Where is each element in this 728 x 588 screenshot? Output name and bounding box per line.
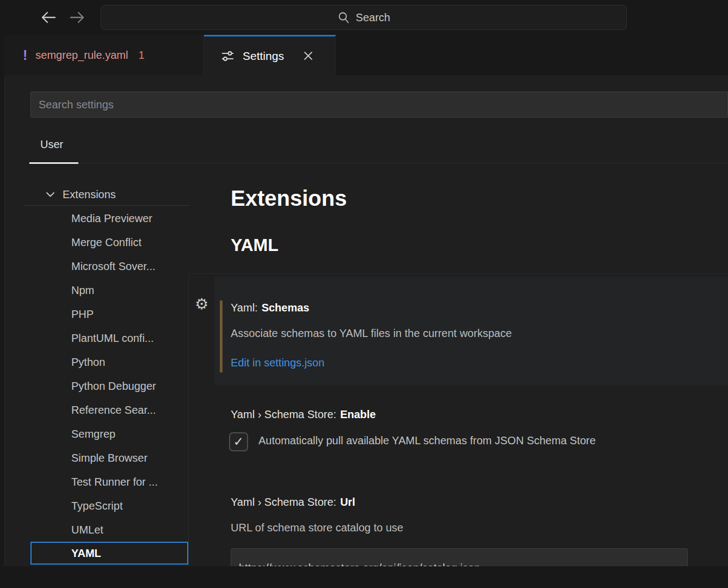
setting-title-schemas: Yaml:Schemas <box>231 302 309 314</box>
edit-in-settings-json-link[interactable]: Edit in settings.json <box>231 357 324 369</box>
setting-name: Enable <box>340 408 376 420</box>
command-center-label: Search <box>356 11 390 24</box>
tab-settings[interactable]: Settings <box>204 35 336 75</box>
toc-item-test-runner[interactable]: Test Runner for ... <box>71 470 188 494</box>
tab-settings-label: Settings <box>243 50 284 63</box>
toc-item-simple-browser[interactable]: Simple Browser <box>71 446 188 470</box>
scope-tab-active-underline <box>29 162 78 164</box>
back-button[interactable] <box>38 7 59 28</box>
arrow-left-icon <box>40 10 57 24</box>
toc-item-label: Extensions <box>63 188 116 201</box>
setting-name: Schemas <box>262 302 310 314</box>
tab-semgrep-rule-yaml[interactable]: ! semgrep_rule.yaml 1 <box>4 35 204 75</box>
content-subheading: YAML <box>231 235 279 255</box>
checkmark-icon: ✓ <box>233 434 244 449</box>
settings-sliders-icon <box>220 48 235 63</box>
toc-item-extensions[interactable]: Extensions <box>46 186 116 203</box>
setting-category: Yaml › Schema Store: <box>231 496 336 508</box>
setting-category: Yaml: <box>231 302 258 314</box>
toc-item-reference-search[interactable]: Reference Sear... <box>71 398 188 422</box>
toc-item-media-previewer[interactable]: Media Previewer <box>71 206 188 230</box>
close-tab-button[interactable] <box>303 50 314 62</box>
toc-item-php[interactable]: PHP <box>71 302 188 326</box>
forward-button[interactable] <box>67 7 88 28</box>
tab-file-label: semgrep_rule.yaml <box>35 49 128 62</box>
gear-icon[interactable]: ⚙ <box>195 297 208 312</box>
warning-exclamation-icon: ! <box>23 47 27 63</box>
command-center-search[interactable]: Search <box>101 5 627 30</box>
setting-title-schema-store-enable: Yaml › Schema Store:Enable <box>231 408 376 421</box>
toc-content-separator <box>188 273 189 566</box>
content-header-separator <box>189 273 728 274</box>
chevron-down-icon <box>46 191 55 198</box>
arrow-right-icon <box>69 10 85 24</box>
scope-tab-user[interactable]: User <box>40 138 63 151</box>
close-icon <box>303 50 314 62</box>
tab-file-problem-count: 1 <box>138 49 144 62</box>
setting-title-schema-store-url: Yaml › Schema Store:Url <box>231 496 355 509</box>
modified-setting-indicator <box>220 301 223 372</box>
toc-item-umlet[interactable]: UMLet <box>71 518 188 542</box>
toc-item-microsoft-sover[interactable]: Microsoft Sover... <box>71 254 188 278</box>
setting-description-url: URL of schema store catalog to use <box>231 522 403 534</box>
settings-search-input[interactable] <box>30 91 728 118</box>
search-icon <box>337 11 350 24</box>
toc-item-semgrep[interactable]: Semgrep <box>71 422 188 446</box>
settings-editor: User Extensions Media Previewer Merge Co… <box>4 75 728 566</box>
scope-tabs-divider <box>29 163 728 163</box>
toc-divider <box>23 205 190 206</box>
setting-category: Yaml › Schema Store: <box>231 408 336 420</box>
schema-store-enable-checkbox[interactable]: ✓ <box>229 432 248 451</box>
toc-item-plantuml[interactable]: PlantUML confi... <box>71 326 188 350</box>
setting-description-schemas: Associate schemas to YAML files in the c… <box>231 327 512 340</box>
checkbox-label: Automatically pull available YAML schema… <box>258 434 596 447</box>
toc-item-merge-conflict[interactable]: Merge Conflict <box>71 230 188 254</box>
toc-item-yaml-selected[interactable]: YAML <box>30 542 188 565</box>
setting-name: Url <box>340 496 355 508</box>
toc-item-python[interactable]: Python <box>71 350 188 374</box>
toc-item-npm[interactable]: Npm <box>71 278 188 302</box>
toc-item-typescript[interactable]: TypeScript <box>71 494 188 518</box>
schema-store-url-input[interactable] <box>231 548 688 566</box>
content-heading: Extensions <box>231 186 347 211</box>
toc-item-python-debugger[interactable]: Python Debugger <box>71 374 188 398</box>
